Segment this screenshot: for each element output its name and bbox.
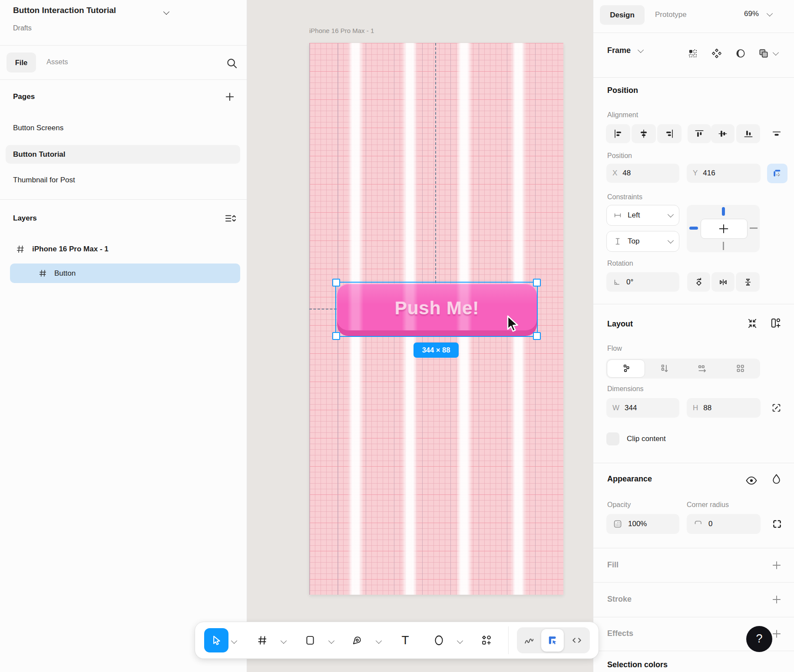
comment-tool-icon[interactable] [433,634,445,647]
chevron-down-icon [638,46,644,53]
layer-row-button[interactable]: Button [10,264,240,283]
rotation-label: Rotation [607,260,633,267]
pages-header[interactable]: Pages [13,92,35,101]
use-as-mask-icon[interactable] [735,48,746,59]
selection-handle-top-right[interactable] [533,279,541,287]
align-right-button[interactable] [657,124,682,143]
constraint-bottom-indicator[interactable] [723,242,724,250]
divider [0,45,247,46]
constraint-top-indicator[interactable] [722,207,725,216]
move-tool-button[interactable] [204,628,228,652]
rotation-field[interactable]: 0° [606,272,679,292]
move-tool-chevron-icon[interactable] [231,638,237,644]
blend-mode-droplet-icon[interactable] [771,473,782,486]
add-effect-icon[interactable] [771,628,783,640]
alignment-guide-horizontal [309,309,337,310]
x-position-field[interactable]: X 48 [606,164,679,183]
vertical-constraint-dropdown[interactable]: Top [606,231,679,252]
align-top-button[interactable] [688,124,711,143]
clip-content-row[interactable]: Clip content [606,432,666,445]
horizontal-constraint-dropdown[interactable]: Left [606,205,679,226]
draw-squiggle-icon[interactable] [523,634,535,646]
boolean-groups-dropdown[interactable] [758,48,778,59]
rectangle-tool-chevron-icon[interactable] [328,638,334,644]
align-center-horizontal-button[interactable] [632,124,656,143]
selection-handle-bottom-right[interactable] [533,332,541,340]
constrain-proportions-icon[interactable] [771,402,782,414]
chevron-down-icon [668,211,674,217]
add-auto-layout-icon[interactable] [769,316,782,329]
tab-file[interactable]: File [7,53,36,72]
page-item-thumbnail[interactable]: Thumbnail for Post [13,176,75,184]
page-item-button-tutorial[interactable]: Button Tutorial [6,145,240,164]
flow-grid-option[interactable] [721,359,760,378]
add-stroke-icon[interactable] [771,593,783,606]
divider [593,548,794,548]
flip-vertical-button[interactable] [736,272,760,292]
selection-handle-top-left[interactable] [332,279,340,287]
flow-horizontal-option[interactable] [683,359,721,378]
y-position-field[interactable]: Y 416 [687,164,761,183]
frame-tool-chevron-icon[interactable] [281,638,287,644]
bottom-toolbar: T [195,622,599,659]
independent-corners-icon[interactable] [771,518,783,530]
layers-header[interactable]: Layers [13,214,37,223]
align-middle-vertical-button[interactable] [711,124,734,143]
layers-sort-icon[interactable] [223,212,237,225]
constraint-right-indicator[interactable] [750,227,758,229]
layer-row-iphone-frame[interactable]: iPhone 16 Pro Max - 1 [16,243,109,255]
align-left-button[interactable] [606,124,630,143]
help-button[interactable]: ? [746,626,772,652]
frame-tool-icon[interactable] [257,635,268,646]
divider [0,199,247,200]
rectangle-tool-icon[interactable] [304,635,316,646]
constraint-left-indicator[interactable] [689,227,698,230]
flow-vertical-option[interactable] [645,359,683,378]
absolute-position-button[interactable] [767,164,787,183]
edit-object-icon[interactable] [687,48,698,59]
zoom-dropdown[interactable]: 69% [744,10,772,18]
flip-horizontal-button[interactable] [711,272,734,292]
rotate-90-button[interactable] [687,272,710,292]
width-field[interactable]: W 344 [606,398,679,418]
visibility-eye-icon[interactable] [745,475,758,486]
pen-tool-chevron-icon[interactable] [376,638,382,644]
opacity-field[interactable]: 100% [606,514,679,534]
align-bottom-button[interactable] [736,124,760,143]
dev-mode-toggle[interactable] [541,629,564,652]
file-location[interactable]: Drafts [13,24,32,32]
resize-to-fit-icon[interactable] [746,317,758,329]
chevron-down-icon [668,237,674,244]
frame-title-label[interactable]: iPhone 16 Pro Max - 1 [309,27,374,34]
search-icon[interactable] [225,57,238,70]
constraints-widget[interactable] [687,205,760,252]
code-icon[interactable] [571,634,583,646]
page-item-button-screens[interactable]: Button Screens [13,124,63,132]
y-field-value: 416 [703,169,715,178]
tab-assets[interactable]: Assets [46,58,68,66]
create-component-icon[interactable] [711,48,722,59]
actions-tool-icon[interactable] [480,634,493,646]
comment-tool-chevron-icon[interactable] [457,638,463,644]
distribute-more-icon[interactable] [771,128,783,140]
divider [0,79,247,80]
left-sidebar: Button Interaction Tutorial Drafts File … [0,0,247,672]
flow-label: Flow [607,345,622,352]
constraint-center-cross-icon [718,223,730,235]
pen-tool-icon[interactable] [351,635,363,646]
selection-handle-bottom-left[interactable] [332,332,340,340]
vertical-constraint-icon [613,237,622,246]
file-title-chevron-icon[interactable] [163,9,169,15]
corner-radius-field[interactable]: 0 [687,514,761,534]
add-fill-icon[interactable] [771,559,783,571]
text-tool-button[interactable]: T [398,633,412,647]
tab-prototype[interactable]: Prototype [655,10,687,19]
selection-type-dropdown[interactable]: Frame [607,46,643,55]
file-title[interactable]: Button Interaction Tutorial [13,6,116,15]
height-field[interactable]: H 88 [687,398,761,418]
tab-design[interactable]: Design [600,5,645,25]
clip-content-checkbox[interactable] [606,432,619,445]
frame-icon [38,269,47,278]
flow-freeform-option[interactable] [607,359,645,378]
add-page-icon[interactable] [224,91,236,103]
